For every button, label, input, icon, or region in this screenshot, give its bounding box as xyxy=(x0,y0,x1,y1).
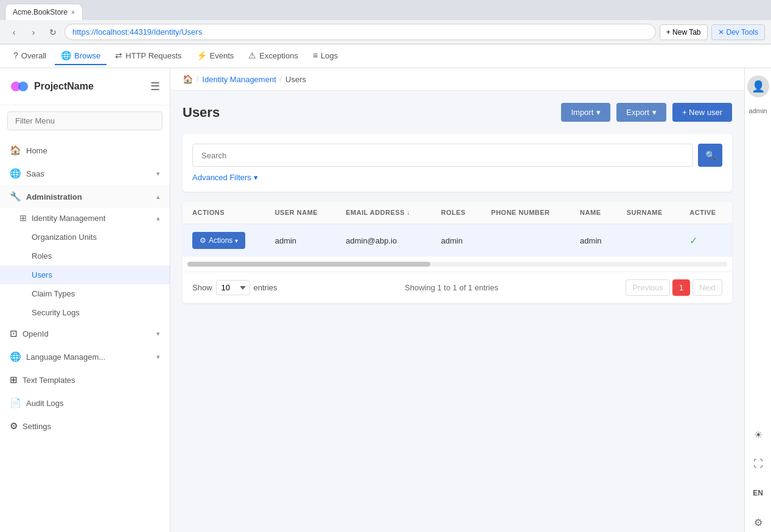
table-container: ACTIONS USER NAME EMAIL ADDRESS ROLES PH… xyxy=(183,201,732,303)
tab-close-btn[interactable]: × xyxy=(71,9,75,16)
sun-icon: ☀ xyxy=(754,429,762,441)
sidebar-item-settings[interactable]: ⚙ Settings xyxy=(0,415,170,438)
scroll-thumb[interactable] xyxy=(187,262,430,267)
new-tab-btn[interactable]: + New Tab xyxy=(660,24,708,40)
back-btn[interactable]: ‹ xyxy=(6,24,22,40)
col-email[interactable]: EMAIL ADDRESS xyxy=(336,201,431,224)
search-box: 🔍 Advanced Filters ▾ xyxy=(183,134,732,192)
browser-tab[interactable]: Acme.BookStore × xyxy=(5,4,83,20)
sidebar-item-home[interactable]: 🏠 Home xyxy=(0,139,170,162)
filter-menu-input[interactable] xyxy=(7,111,162,130)
sidebar-item-language-management[interactable]: 🌐 Language Managem... ▾ xyxy=(0,345,170,368)
row-name: admin xyxy=(570,224,617,257)
saas-expand-icon: ▾ xyxy=(156,170,160,178)
url-bar[interactable] xyxy=(65,24,656,40)
nav-item-events[interactable]: ⚡ Events xyxy=(190,47,240,65)
sidebar-item-administration[interactable]: 🔧 Administration ▴ xyxy=(0,185,170,208)
sidebar-item-security-logs[interactable]: Security Logs xyxy=(0,303,170,322)
breadcrumb-sep-2: / xyxy=(280,75,282,83)
tab-title: Acme.BookStore xyxy=(13,8,68,16)
fullscreen-btn[interactable]: ⛶ xyxy=(748,454,768,474)
sidebar-item-identity-management[interactable]: ⊞ Identity Management ▴ xyxy=(0,208,170,228)
audit-logs-icon: 📄 xyxy=(10,397,21,408)
forward-btn[interactable]: › xyxy=(26,24,41,40)
sidebar-item-audit-logs[interactable]: 📄 Audit Logs xyxy=(0,391,170,415)
actions-caret-icon: ▾ xyxy=(235,237,238,244)
admin-expand-icon: ▴ xyxy=(156,193,160,201)
sidebar-item-claim-types[interactable]: Claim Types xyxy=(0,284,170,303)
sidebar-item-users[interactable]: Users xyxy=(0,265,170,284)
admin-icon: 🔧 xyxy=(10,191,21,202)
browser-actions: + New Tab ✕ Dev Tools xyxy=(660,24,765,40)
breadcrumb-users: Users xyxy=(285,75,306,84)
text-templates-icon: ⊞ xyxy=(10,374,18,385)
row-actions-btn[interactable]: ⚙ Actions ▾ xyxy=(192,232,245,249)
sidebar-item-org-units[interactable]: Organization Units xyxy=(0,228,170,247)
logs-icon: ≡ xyxy=(313,51,318,60)
breadcrumb-home-icon[interactable]: 🏠 xyxy=(183,74,193,84)
breadcrumb-identity-link[interactable]: Identity Management xyxy=(202,75,276,84)
openid-expand-icon: ▾ xyxy=(156,330,160,338)
next-page-btn[interactable]: Next xyxy=(693,279,722,296)
identity-expand-icon: ▴ xyxy=(156,214,160,222)
sidebar-item-text-templates[interactable]: ⊞ Text Templates xyxy=(0,368,170,391)
export-btn[interactable]: Export xyxy=(616,103,666,122)
row-email: admin@abp.io xyxy=(336,224,431,257)
svg-point-1 xyxy=(18,82,28,91)
nav-item-logs[interactable]: ≡ Logs xyxy=(307,47,344,65)
page-1-btn[interactable]: 1 xyxy=(672,279,690,296)
advanced-filters: Advanced Filters ▾ xyxy=(192,173,722,182)
search-btn[interactable]: 🔍 xyxy=(698,144,722,167)
nav-item-http[interactable]: ⇄ HTTP Requests xyxy=(109,47,187,65)
logo-icon xyxy=(10,77,29,96)
sidebar-item-saas[interactable]: 🌐 Saas ▾ xyxy=(0,162,170,185)
nav-item-overall[interactable]: ? Overall xyxy=(7,47,52,65)
entries-info: Showing 1 to 1 of 1 entries xyxy=(405,283,498,292)
top-nav: ? Overall 🌐 Browse ⇄ HTTP Requests ⚡ Eve… xyxy=(0,44,771,68)
prev-page-btn[interactable]: Previous xyxy=(626,279,670,296)
theme-toggle-btn[interactable]: ☀ xyxy=(748,425,768,444)
openid-icon: ⊡ xyxy=(10,328,18,339)
http-icon: ⇄ xyxy=(115,51,122,60)
advanced-filters-chevron: ▾ xyxy=(254,173,258,182)
global-settings-btn[interactable]: ⚙ xyxy=(748,513,768,532)
nav-item-browse[interactable]: 🌐 Browse xyxy=(55,47,106,65)
page-header: Users Import Export + New user xyxy=(183,103,732,122)
nav-item-exceptions[interactable]: ⚠ Exceptions xyxy=(242,47,304,65)
users-table: ACTIONS USER NAME EMAIL ADDRESS ROLES PH… xyxy=(183,201,732,257)
row-phone xyxy=(481,224,570,257)
dev-tools-icon: ✕ xyxy=(718,28,724,37)
col-active: ACTIVE xyxy=(680,201,732,224)
menu-toggle-btn[interactable]: ☰ xyxy=(150,80,160,93)
col-roles: ROLES xyxy=(431,201,481,224)
sidebar-item-roles[interactable]: Roles xyxy=(0,247,170,265)
gear-icon: ⚙ xyxy=(200,236,206,245)
refresh-btn[interactable]: ↻ xyxy=(45,24,61,40)
expand-icon: ⛶ xyxy=(753,458,763,469)
search-input[interactable] xyxy=(192,144,693,167)
table-body: ⚙ Actions ▾ admin admin@abp.io admin adm… xyxy=(183,224,732,257)
new-user-btn[interactable]: + New user xyxy=(672,103,732,122)
table-head: ACTIONS USER NAME EMAIL ADDRESS ROLES PH… xyxy=(183,201,732,224)
advanced-filters-btn[interactable]: Advanced Filters ▾ xyxy=(192,173,722,182)
saas-icon: 🌐 xyxy=(10,168,21,179)
admin-label: Administration xyxy=(26,192,82,201)
main-content: 🏠 / Identity Management / Users Users Im… xyxy=(170,68,744,532)
dev-tools-btn[interactable]: ✕ Dev Tools xyxy=(711,24,765,40)
import-btn[interactable]: Import xyxy=(561,103,610,122)
col-actions: ACTIONS xyxy=(183,201,265,224)
home-icon: 🏠 xyxy=(10,145,21,156)
exceptions-icon: ⚠ xyxy=(248,51,256,60)
right-sidebar: 👤 admin ☀ ⛶ EN ⚙ xyxy=(744,68,771,532)
identity-icon: ⊞ xyxy=(19,213,27,223)
language-expand-icon: ▾ xyxy=(156,353,160,361)
language-selector-btn[interactable]: EN xyxy=(748,483,768,503)
page-title: Users xyxy=(183,105,220,121)
entries-select[interactable]: 10 25 50 100 xyxy=(216,280,250,295)
language-icon: 🌐 xyxy=(10,351,21,362)
browser-nav: ‹ › ↻ + New Tab ✕ Dev Tools xyxy=(0,20,771,44)
logo-text: ProjectName xyxy=(34,81,94,92)
user-avatar[interactable]: 👤 xyxy=(747,75,769,97)
active-check-icon: ✓ xyxy=(689,236,697,246)
sidebar-item-openid[interactable]: ⊡ OpenId ▾ xyxy=(0,322,170,345)
